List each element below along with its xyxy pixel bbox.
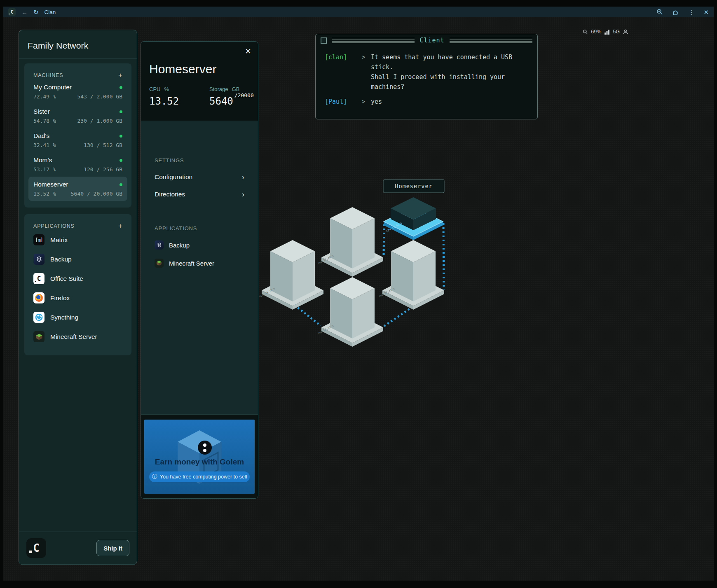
zoom-in-icon[interactable] — [656, 9, 663, 15]
machine-name: Mom's — [33, 156, 52, 164]
machine-storage: 120 / 256 GB — [84, 166, 122, 173]
machines-header: MACHINES — [33, 72, 63, 78]
ad-badge-text: You have free computing power to sell — [160, 474, 247, 480]
network-diagram: cpu 13.52 % cpu 72.49 % cpu 54.78 % — [255, 173, 453, 350]
ship-it-button[interactable]: Ship it — [96, 540, 129, 556]
clan-footer-logo-icon — [26, 538, 46, 558]
browser-topbar: ← ↻ Clan ⋮ ✕ — [3, 7, 714, 17]
settings-row-configuration[interactable]: Configuration › — [155, 173, 244, 181]
tooltip-label: Homeserver — [395, 183, 432, 189]
app-row-office-suite[interactable]: Office Suite — [28, 269, 127, 288]
speaker-paul: [Paul] — [325, 97, 356, 107]
machine-cpu: 72.49 % — [33, 93, 56, 100]
clan-logo-icon — [8, 8, 16, 16]
back-icon[interactable]: ← — [21, 9, 28, 15]
add-machine-button[interactable]: + — [118, 72, 122, 79]
panel-applications-header: APPLICATIONS — [155, 225, 244, 231]
diagram-node-machine-1[interactable]: cpu 72.49 % — [317, 207, 383, 277]
machine-row-dads[interactable]: Dad's 32.41 %130 / 512 GB — [28, 128, 127, 152]
panel-footer: Earn money with Golem ⓘ You have free co… — [141, 414, 258, 498]
menu-kebab-icon[interactable]: ⋮ — [688, 9, 694, 15]
storage-metric: StorageGB 5640/20000 — [209, 86, 254, 107]
app-screen: ← ↻ Clan ⋮ ✕ 69% 5G — [3, 7, 714, 581]
network-type: 5G — [613, 29, 620, 35]
minecraft-icon — [33, 331, 45, 342]
terminal-titlebar[interactable]: Client — [316, 34, 537, 47]
machine-row-moms[interactable]: Mom's 53.17 %120 / 256 GB — [28, 152, 127, 177]
storage-unit: GB — [232, 86, 240, 92]
panel-header: ✕ Homeserver CPU% 13.52 StorageGB 5640/2… — [141, 42, 258, 121]
setting-label: Configuration — [155, 173, 192, 181]
panel-body: SETTINGS Configuration › Directories › A… — [141, 121, 258, 268]
machine-row-sister[interactable]: Sister 54.78 %230 / 1.000 GB — [28, 104, 127, 128]
sidebar-footer: Ship it — [19, 532, 137, 565]
office-suite-icon — [33, 273, 45, 284]
sidebar-title: Family Network — [19, 30, 137, 58]
storage-value: 5640 — [209, 96, 233, 107]
cpu-metric: CPU% 13.52 — [149, 86, 179, 107]
message: It seems that you have connected a USB s… — [371, 52, 512, 92]
diagram-node-machine-3[interactable]: cpu 32.41 % — [378, 240, 444, 310]
diagram-node-machine-4[interactable]: cpu 53.17 % — [317, 277, 383, 347]
message: yes — [371, 97, 382, 107]
app-row-matrix[interactable]: Matrix — [28, 230, 127, 250]
app-label: Backup — [169, 242, 190, 249]
zoom-level: 69% — [591, 29, 601, 35]
app-row-syncthing[interactable]: Syncthing — [28, 308, 127, 327]
machine-row-my-computer[interactable]: My Computer 72.49 %543 / 2.000 GB — [28, 79, 127, 104]
applications-card: APPLICATIONS + Matrix Backup Office Suit… — [24, 214, 131, 355]
reload-icon[interactable]: ↻ — [33, 9, 39, 15]
ad-title: Earn money with Golem — [144, 457, 255, 467]
machine-storage: 230 / 1.000 GB — [77, 118, 122, 124]
applications-header: APPLICATIONS — [33, 223, 75, 229]
backup-icon — [155, 240, 164, 250]
online-status-dot — [120, 159, 122, 162]
machine-row-homeserver[interactable]: Homeserver 13.52 %5640 / 20.000 GB — [28, 177, 127, 201]
storage-total: /20000 — [234, 92, 254, 98]
extensions-icon[interactable] — [672, 9, 679, 16]
diagram-node-homeserver[interactable]: cpu 13.52 % — [384, 197, 443, 240]
panel-app-minecraft[interactable]: Minecraft Server — [155, 259, 244, 268]
app-label: Backup — [50, 256, 72, 263]
firefox-icon — [33, 292, 45, 303]
app-label: Matrix — [50, 236, 68, 244]
add-application-button[interactable]: + — [118, 222, 122, 229]
client-terminal-window: Client [clan] > It seems that you have c… — [315, 34, 538, 119]
panel-close-icon[interactable]: ✕ — [245, 47, 251, 56]
app-row-backup[interactable]: Backup — [28, 250, 127, 269]
matrix-icon — [33, 234, 45, 245]
divider — [19, 58, 137, 58]
online-status-dot — [120, 86, 122, 89]
family-network-sidebar: Family Network MACHINES + My Computer 72… — [19, 30, 137, 565]
signal-bars-icon — [604, 29, 610, 35]
machine-name: Sister — [33, 108, 50, 115]
user-icon[interactable] — [623, 29, 628, 35]
settings-row-directories[interactable]: Directories › — [155, 191, 244, 198]
app-row-firefox[interactable]: Firefox — [28, 288, 127, 308]
chevron-right-icon: › — [242, 173, 244, 181]
diagram-node-machine-2[interactable]: cpu 54.78 % — [258, 240, 323, 310]
info-icon: ⓘ — [152, 473, 157, 481]
terminal-close-box-icon[interactable] — [321, 37, 327, 44]
window-close-icon[interactable]: ✕ — [703, 9, 709, 15]
settings-header: SETTINGS — [155, 157, 244, 163]
backup-icon — [33, 254, 45, 265]
app-row-minecraft[interactable]: Minecraft Server — [28, 327, 127, 346]
machine-cpu: 13.52 % — [33, 191, 56, 197]
cpu-unit: % — [164, 86, 169, 92]
chevron-right-icon: › — [242, 191, 244, 198]
diagram-tooltip: Homeserver — [383, 180, 444, 193]
cpu-value: 13.52 — [149, 96, 179, 107]
homeserver-detail-panel: ✕ Homeserver CPU% 13.52 StorageGB 5640/2… — [141, 41, 258, 499]
online-status-dot — [120, 183, 122, 186]
ad-badge[interactable]: ⓘ You have free computing power to sell — [149, 471, 250, 482]
terminal-output: [clan] > It seems that you have connecte… — [316, 47, 537, 107]
machine-name: Dad's — [33, 132, 49, 140]
panel-app-backup[interactable]: Backup — [155, 240, 244, 250]
machine-storage: 130 / 512 GB — [84, 142, 122, 148]
app-label: Firefox — [50, 294, 70, 302]
machine-name: My Computer — [33, 84, 72, 91]
golem-ad-banner[interactable]: Earn money with Golem ⓘ You have free co… — [144, 420, 255, 494]
prompt: > — [356, 52, 371, 92]
minecraft-icon — [155, 259, 164, 268]
